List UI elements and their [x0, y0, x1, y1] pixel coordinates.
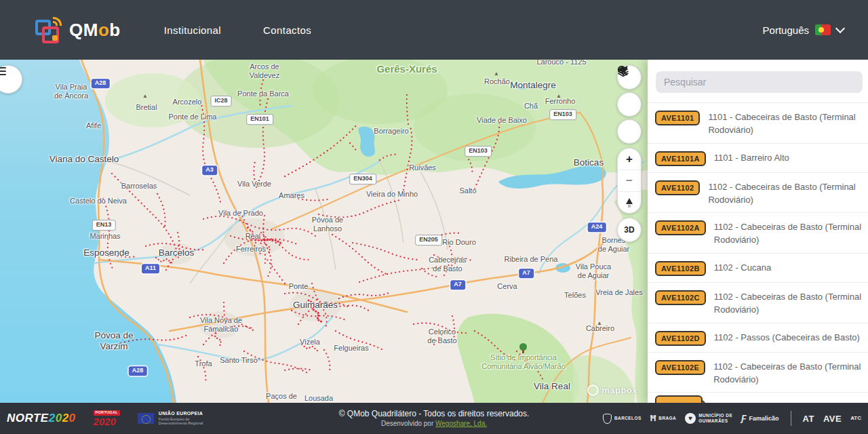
footer-copyright: © QMob Quadrilátero - Todos os direitos … — [285, 408, 583, 429]
paper-plane-icon — [617, 65, 629, 77]
route-list-item[interactable]: AVE1101A 1101 - Barreiro Alto — [648, 144, 868, 173]
route-list-item[interactable]: AVE1102C 1102 - Cabeceiras de Basto (Ter… — [648, 283, 868, 323]
mapbox-logo-icon — [587, 384, 599, 396]
mapbox-attribution[interactable]: mapbox — [587, 384, 637, 396]
route-name: 1101 - Cabeceiras de Basto (Terminal Rod… — [708, 109, 864, 137]
three-d-button[interactable]: 3D — [617, 218, 642, 242]
map-label: Cabeceiras de Basto — [429, 256, 467, 273]
zoom-out-button[interactable]: − — [618, 170, 641, 191]
map-label: Trofa — [195, 359, 212, 368]
road-shield: EN103 — [549, 109, 576, 120]
map-label: Vieira do Minho — [366, 190, 418, 199]
main-area: Vila Praia de ÂncoraAfifeBretialArcozelo… — [0, 60, 868, 403]
route-name: 1102 - Passos (Cabeceiras de Basto) — [714, 330, 860, 344]
language-selector[interactable]: Português — [763, 24, 844, 36]
atc-logo: ATC — [850, 416, 861, 422]
map-label: Chã — [524, 102, 538, 111]
main-nav: Institucional Contactos — [164, 24, 312, 36]
wegoshare-link[interactable]: Wegoshare, Lda. — [435, 420, 487, 427]
road-shield: EN13 — [92, 220, 116, 231]
search-box — [656, 71, 863, 93]
route-name: 1102 - Cabeceiras de Basto (Terminal Rod… — [708, 179, 864, 207]
route-list-item[interactable]: AVE1102B 1102 - Cucana — [648, 254, 868, 283]
map-label: Barcelos — [159, 248, 195, 258]
mountain-peak-icon — [494, 71, 499, 77]
eu-flag-icon — [138, 413, 154, 424]
route-name: 1101 - Barreiro Alto — [714, 150, 789, 165]
layers-button[interactable] — [617, 92, 642, 117]
map-label: Vila Pouca de Aguiar — [576, 262, 611, 280]
routes-sidebar: AVE1101 1101 - Cabeceiras de Basto (Term… — [648, 60, 868, 403]
map-label: Santo Tirso — [220, 356, 258, 365]
map-label: Ribeira de Pena — [505, 255, 558, 264]
route-list-item[interactable]: AVE1102A 1102 - Cabeceiras de Basto (Ter… — [648, 213, 868, 254]
barcelos-logo: BARCELOS — [603, 414, 642, 424]
zoom-in-button[interactable]: + — [618, 149, 641, 170]
route-list-item[interactable]: AVE1102 1102 - Cabeceiras de Basto (Term… — [648, 173, 868, 214]
route-list: AVE1101 1101 - Cabeceiras de Basto (Term… — [648, 102, 868, 403]
road-shield: EN304 — [349, 174, 376, 184]
zoom-control: + − — [617, 148, 642, 214]
map-label: Póvoa de Varzim — [94, 330, 133, 352]
braga-mark-icon: Ħ — [650, 414, 656, 423]
map-label: Ponte — [289, 282, 309, 291]
map-label: Guimarães — [293, 300, 338, 311]
map-label: Vila de Prado — [218, 209, 263, 218]
nav-contactos[interactable]: Contactos — [263, 24, 311, 36]
map-label: Rio Douro — [442, 238, 476, 247]
famalicao-logo: Ƒ Famalicão — [741, 414, 778, 423]
map-label: Amares — [279, 191, 304, 200]
route-badge: AVE1102D — [655, 331, 706, 346]
route-list-item[interactable]: AVE1102D 1102 - Passos (Cabeceiras de Ba… — [648, 323, 868, 353]
map-label: Vila Nova de Famalicão — [200, 316, 242, 334]
road-shield: EN103 — [465, 146, 492, 157]
nav-institucional[interactable]: Institucional — [164, 24, 221, 36]
mountain-peak-icon — [597, 320, 602, 326]
search-input[interactable] — [656, 71, 863, 93]
map-label: Vila Praia de Âncora — [54, 83, 88, 100]
map-label: Paços de — [266, 392, 297, 401]
route-badge: AVE1102E — [655, 360, 705, 375]
map-label: Viana do Castelo — [50, 154, 119, 165]
route-badge-partial[interactable] — [655, 395, 703, 403]
map-label: Real — [245, 232, 261, 241]
portugal2020-logo: PORTUGAL 2020 — [94, 410, 120, 427]
road-shield: A24 — [588, 222, 606, 232]
map-label: Gerês-Xurés — [376, 63, 437, 75]
at-logo: AT — [803, 414, 814, 424]
mountain-peak-icon — [556, 93, 561, 99]
road-shield: A11 — [142, 264, 159, 273]
route-name: 1102 - Cabeceiras de Basto (Terminal Rod… — [713, 359, 864, 387]
map-label: Sítio de Importância Comunitária Alvão/M… — [481, 353, 566, 371]
map-label: Rochão — [484, 77, 510, 86]
top-nav-bar: QMob Institucional Contactos Português — [0, 0, 868, 60]
route-badge: AVE1102A — [655, 220, 706, 235]
route-badge: AVE1102C — [655, 290, 706, 305]
route-list-item[interactable]: AVE1102E 1102 - Cabeceiras de Basto (Ter… — [648, 353, 868, 393]
footer-divider — [791, 411, 791, 426]
map-label: Vreia de Jales — [595, 288, 642, 297]
map-label: Barroselas — [121, 182, 157, 191]
map-label: Ponte de Lima — [169, 113, 217, 121]
map-label: Arcos de Valdevez — [250, 62, 279, 80]
map-label: Bretial — [136, 103, 157, 112]
compass-button[interactable] — [618, 191, 641, 213]
map-label: Arcozelo — [173, 98, 202, 106]
route-list-item[interactable]: AVE1101 1101 - Cabeceiras de Basto (Term… — [648, 103, 868, 144]
eu-logo: UNIÃO EUROPEIA Fundo Europeu de Desenvol… — [138, 411, 203, 427]
chevron-down-icon — [835, 24, 845, 33]
road-shield: EN205 — [415, 235, 442, 245]
map-label: Afife — [86, 121, 101, 130]
map-label: Larouco - 1125 — [536, 60, 586, 67]
locate-button[interactable] — [617, 119, 642, 144]
road-shield: A28 — [129, 366, 147, 376]
qmob-logo[interactable]: QMob — [34, 15, 121, 45]
map-label: Cerva — [497, 282, 517, 291]
footer-bar: NORTE2020 PORTUGAL 2020 UNIÃO EUROPEIA F… — [0, 403, 868, 434]
map-label: Esposende — [83, 248, 130, 258]
heart-icon: ♥ — [685, 413, 696, 424]
tree-icon — [519, 343, 527, 351]
portugal-flag-icon — [815, 24, 831, 35]
qmob-logo-icon — [34, 15, 62, 45]
guimaraes-logo: ♥ MUNICÍPIO DE GUIMARÃES — [685, 413, 732, 424]
